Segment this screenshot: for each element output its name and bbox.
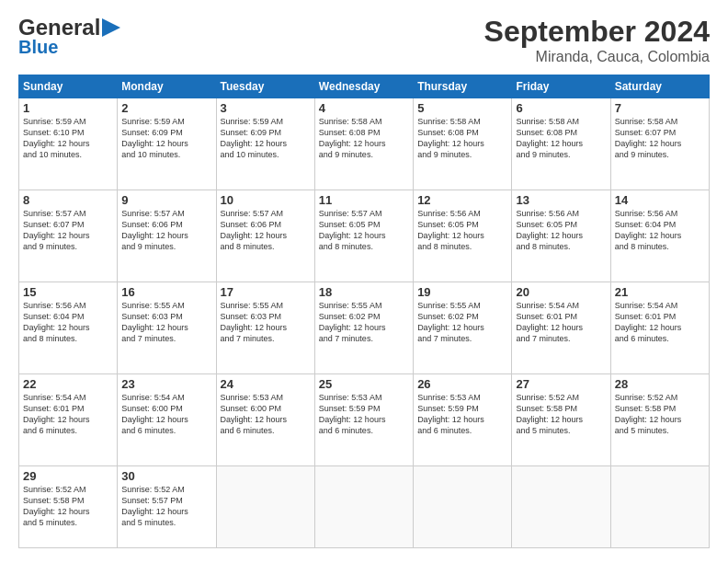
calendar-cell: 15Sunrise: 5:56 AM Sunset: 6:04 PM Dayli… (19, 282, 118, 373)
calendar-cell: 17Sunrise: 5:55 AM Sunset: 6:03 PM Dayli… (216, 282, 314, 373)
calendar-cell (414, 465, 512, 547)
calendar-cell: 6Sunrise: 5:58 AM Sunset: 6:08 PM Daylig… (512, 98, 610, 190)
day-info: Sunrise: 5:52 AM Sunset: 5:57 PM Dayligh… (121, 484, 211, 529)
calendar-cell: 23Sunrise: 5:54 AM Sunset: 6:00 PM Dayli… (118, 373, 216, 465)
day-number: 11 (319, 193, 409, 207)
svg-marker-0 (102, 18, 120, 37)
day-number: 2 (121, 101, 211, 115)
day-info: Sunrise: 5:55 AM Sunset: 6:02 PM Dayligh… (417, 300, 507, 345)
day-info: Sunrise: 5:57 AM Sunset: 6:05 PM Dayligh… (319, 208, 409, 253)
calendar-week-row: 8Sunrise: 5:57 AM Sunset: 6:07 PM Daylig… (19, 190, 710, 282)
calendar-cell: 19Sunrise: 5:55 AM Sunset: 6:02 PM Dayli… (414, 282, 512, 373)
calendar-cell: 20Sunrise: 5:54 AM Sunset: 6:01 PM Dayli… (512, 282, 610, 373)
day-info: Sunrise: 5:56 AM Sunset: 6:05 PM Dayligh… (417, 208, 507, 253)
day-info: Sunrise: 5:57 AM Sunset: 6:07 PM Dayligh… (23, 208, 113, 253)
day-number: 12 (417, 193, 507, 207)
day-info: Sunrise: 5:52 AM Sunset: 5:58 PM Dayligh… (615, 392, 705, 437)
calendar-week-row: 15Sunrise: 5:56 AM Sunset: 6:04 PM Dayli… (19, 282, 710, 373)
day-info: Sunrise: 5:53 AM Sunset: 5:59 PM Dayligh… (319, 392, 409, 437)
calendar-table: Sunday Monday Tuesday Wednesday Thursday… (18, 75, 710, 548)
header-monday: Monday (118, 75, 216, 98)
calendar-cell: 13Sunrise: 5:56 AM Sunset: 6:05 PM Dayli… (512, 190, 610, 282)
header-wednesday: Wednesday (314, 75, 413, 98)
calendar-cell: 1Sunrise: 5:59 AM Sunset: 6:10 PM Daylig… (19, 98, 118, 190)
calendar-cell (610, 465, 709, 547)
day-number: 6 (516, 101, 606, 115)
calendar-cell: 5Sunrise: 5:58 AM Sunset: 6:08 PM Daylig… (414, 98, 512, 190)
day-info: Sunrise: 5:54 AM Sunset: 6:01 PM Dayligh… (23, 392, 113, 437)
calendar-week-row: 22Sunrise: 5:54 AM Sunset: 6:01 PM Dayli… (19, 373, 710, 465)
day-info: Sunrise: 5:58 AM Sunset: 6:08 PM Dayligh… (319, 116, 409, 161)
calendar-cell: 30Sunrise: 5:52 AM Sunset: 5:57 PM Dayli… (118, 465, 216, 547)
calendar-cell: 3Sunrise: 5:59 AM Sunset: 6:09 PM Daylig… (216, 98, 314, 190)
calendar-cell: 14Sunrise: 5:56 AM Sunset: 6:04 PM Dayli… (610, 190, 709, 282)
day-info: Sunrise: 5:52 AM Sunset: 5:58 PM Dayligh… (516, 392, 606, 437)
calendar-cell: 8Sunrise: 5:57 AM Sunset: 6:07 PM Daylig… (19, 190, 118, 282)
day-number: 19 (417, 285, 507, 299)
day-number: 1 (23, 101, 113, 115)
day-number: 22 (23, 377, 113, 391)
day-info: Sunrise: 5:57 AM Sunset: 6:06 PM Dayligh… (221, 208, 311, 253)
calendar-week-row: 29Sunrise: 5:52 AM Sunset: 5:58 PM Dayli… (19, 465, 710, 547)
logo: General Blue (18, 15, 120, 58)
day-number: 23 (121, 377, 211, 391)
header-sunday: Sunday (19, 75, 118, 98)
day-info: Sunrise: 5:58 AM Sunset: 6:08 PM Dayligh… (417, 116, 507, 161)
day-info: Sunrise: 5:59 AM Sunset: 6:10 PM Dayligh… (23, 116, 113, 161)
day-number: 10 (221, 193, 311, 207)
day-number: 16 (121, 285, 211, 299)
day-number: 5 (417, 101, 507, 115)
calendar-cell: 12Sunrise: 5:56 AM Sunset: 6:05 PM Dayli… (414, 190, 512, 282)
day-info: Sunrise: 5:56 AM Sunset: 6:05 PM Dayligh… (516, 208, 606, 253)
day-number: 27 (516, 377, 606, 391)
day-number: 17 (221, 285, 311, 299)
day-info: Sunrise: 5:58 AM Sunset: 6:08 PM Dayligh… (516, 116, 606, 161)
calendar-cell: 18Sunrise: 5:55 AM Sunset: 6:02 PM Dayli… (314, 282, 413, 373)
day-number: 4 (319, 101, 409, 115)
calendar-cell: 11Sunrise: 5:57 AM Sunset: 6:05 PM Dayli… (314, 190, 413, 282)
calendar-cell: 16Sunrise: 5:55 AM Sunset: 6:03 PM Dayli… (118, 282, 216, 373)
day-number: 25 (319, 377, 409, 391)
day-number: 3 (221, 101, 311, 115)
calendar-cell: 27Sunrise: 5:52 AM Sunset: 5:58 PM Dayli… (512, 373, 610, 465)
day-info: Sunrise: 5:56 AM Sunset: 6:04 PM Dayligh… (23, 300, 113, 345)
day-number: 28 (615, 377, 705, 391)
calendar-cell: 25Sunrise: 5:53 AM Sunset: 5:59 PM Dayli… (314, 373, 413, 465)
day-number: 15 (23, 285, 113, 299)
day-info: Sunrise: 5:55 AM Sunset: 6:03 PM Dayligh… (121, 300, 211, 345)
day-number: 13 (516, 193, 606, 207)
header-saturday: Saturday (610, 75, 709, 98)
calendar-title: September 2024 (484, 15, 710, 49)
calendar-cell (216, 465, 314, 547)
day-number: 21 (615, 285, 705, 299)
day-info: Sunrise: 5:58 AM Sunset: 6:07 PM Dayligh… (615, 116, 705, 161)
calendar-cell: 26Sunrise: 5:53 AM Sunset: 5:59 PM Dayli… (414, 373, 512, 465)
day-info: Sunrise: 5:59 AM Sunset: 6:09 PM Dayligh… (121, 116, 211, 161)
calendar-week-row: 1Sunrise: 5:59 AM Sunset: 6:10 PM Daylig… (19, 98, 710, 190)
calendar-cell: 2Sunrise: 5:59 AM Sunset: 6:09 PM Daylig… (118, 98, 216, 190)
day-number: 14 (615, 193, 705, 207)
day-info: Sunrise: 5:59 AM Sunset: 6:09 PM Dayligh… (221, 116, 311, 161)
calendar-cell: 9Sunrise: 5:57 AM Sunset: 6:06 PM Daylig… (118, 190, 216, 282)
calendar-cell: 24Sunrise: 5:53 AM Sunset: 6:00 PM Dayli… (216, 373, 314, 465)
day-number: 8 (23, 193, 113, 207)
page: General Blue September 2024 Miranda, Cau… (0, 0, 728, 563)
calendar-cell: 22Sunrise: 5:54 AM Sunset: 6:01 PM Dayli… (19, 373, 118, 465)
day-number: 24 (221, 377, 311, 391)
logo-text-blue: Blue (18, 37, 58, 58)
day-number: 7 (615, 101, 705, 115)
day-info: Sunrise: 5:54 AM Sunset: 6:01 PM Dayligh… (615, 300, 705, 345)
day-info: Sunrise: 5:54 AM Sunset: 6:00 PM Dayligh… (121, 392, 211, 437)
day-info: Sunrise: 5:57 AM Sunset: 6:06 PM Dayligh… (121, 208, 211, 253)
calendar-cell: 7Sunrise: 5:58 AM Sunset: 6:07 PM Daylig… (610, 98, 709, 190)
calendar-subtitle: Miranda, Cauca, Colombia (484, 49, 710, 65)
day-info: Sunrise: 5:53 AM Sunset: 6:00 PM Dayligh… (221, 392, 311, 437)
day-info: Sunrise: 5:52 AM Sunset: 5:58 PM Dayligh… (23, 484, 113, 529)
header: General Blue September 2024 Miranda, Cau… (18, 15, 710, 65)
title-block: September 2024 Miranda, Cauca, Colombia (484, 15, 710, 65)
day-number: 30 (121, 469, 211, 483)
day-number: 20 (516, 285, 606, 299)
day-info: Sunrise: 5:55 AM Sunset: 6:02 PM Dayligh… (319, 300, 409, 345)
day-number: 26 (417, 377, 507, 391)
header-friday: Friday (512, 75, 610, 98)
